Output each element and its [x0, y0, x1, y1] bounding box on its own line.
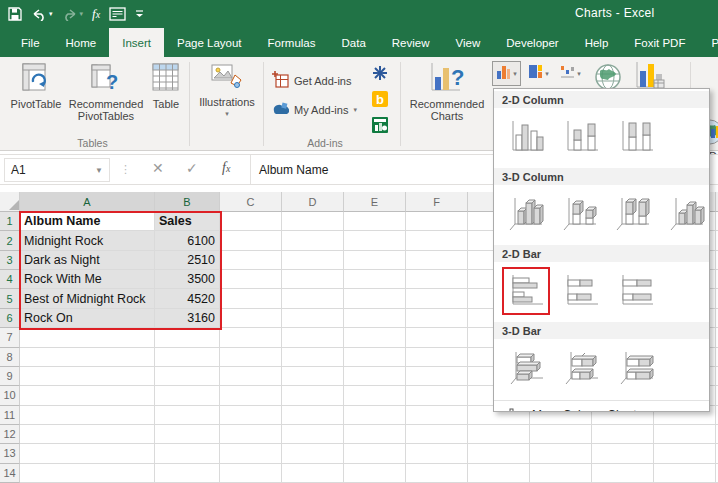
- tab-file[interactable]: File: [8, 28, 53, 57]
- cell-D1[interactable]: [282, 212, 344, 231]
- cell-D9[interactable]: [282, 367, 344, 386]
- recommended-charts-button[interactable]: ? Recommended Charts: [404, 61, 490, 122]
- column-header-D[interactable]: D: [282, 192, 344, 212]
- cell-F10[interactable]: [406, 386, 468, 405]
- cell-D6[interactable]: [282, 309, 344, 328]
- cell-J14[interactable]: [654, 464, 716, 483]
- cell-B12[interactable]: [155, 425, 220, 444]
- cell-B10[interactable]: [155, 386, 220, 405]
- column-header-E[interactable]: E: [344, 192, 406, 212]
- insert-column-or-bar-chart-button[interactable]: ▾: [492, 61, 521, 86]
- cell-A5[interactable]: Best of Midnight Rock: [20, 289, 155, 308]
- table-button[interactable]: Table: [148, 61, 184, 110]
- tab-developer[interactable]: Developer: [493, 28, 571, 57]
- cell-C3[interactable]: [220, 251, 282, 270]
- row-header-13[interactable]: 13: [0, 444, 20, 463]
- cell-E6[interactable]: [344, 309, 406, 328]
- column-header-F[interactable]: F: [406, 192, 468, 212]
- row-header-4[interactable]: 4: [0, 270, 20, 289]
- 100-stacked-bar-icon[interactable]: [612, 267, 660, 315]
- cell-D2[interactable]: [282, 231, 344, 250]
- form-icon[interactable]: [109, 3, 126, 25]
- column-header-A[interactable]: A: [20, 192, 155, 212]
- cell-C12[interactable]: [220, 425, 282, 444]
- tab-foxit-pdf[interactable]: Foxit PDF: [621, 28, 698, 57]
- cell-A2[interactable]: Midnight Rock: [20, 231, 155, 250]
- cell-F1[interactable]: [406, 212, 468, 231]
- cell-E9[interactable]: [344, 367, 406, 386]
- cell-D3[interactable]: [282, 251, 344, 270]
- row-header-3[interactable]: 3: [0, 251, 20, 270]
- cell-E1[interactable]: [344, 212, 406, 231]
- 100-stacked-column-icon[interactable]: [612, 113, 660, 161]
- tab-home[interactable]: Home: [53, 28, 110, 57]
- row-header-8[interactable]: 8: [0, 348, 20, 367]
- row-header-7[interactable]: 7: [0, 328, 20, 347]
- cell-G14[interactable]: [468, 464, 530, 483]
- customize-quick-access-icon[interactable]: [135, 3, 144, 25]
- cell-A4[interactable]: Rock With Me: [20, 270, 155, 289]
- row-header-5[interactable]: 5: [0, 289, 20, 308]
- cell-D12[interactable]: [282, 425, 344, 444]
- tab-pow[interactable]: Pow: [698, 28, 718, 57]
- cell-C13[interactable]: [220, 444, 282, 463]
- cell-B5[interactable]: 4520: [155, 289, 220, 308]
- office-apps-icon[interactable]: [372, 65, 388, 85]
- illustrations-button[interactable]: Illustrations ▾: [198, 61, 256, 120]
- cell-J13[interactable]: [654, 444, 716, 463]
- cell-D11[interactable]: [282, 406, 344, 425]
- row-header-6[interactable]: 6: [0, 309, 20, 328]
- 3d-stacked-bar-icon[interactable]: [557, 344, 605, 392]
- cell-E4[interactable]: [344, 270, 406, 289]
- cell-C9[interactable]: [220, 367, 282, 386]
- 3d-stacked-column-icon[interactable]: [556, 190, 603, 238]
- 3d-100-stacked-column-icon[interactable]: [609, 190, 656, 238]
- cell-G12[interactable]: [468, 425, 530, 444]
- cell-E8[interactable]: [344, 348, 406, 367]
- cell-I13[interactable]: [592, 444, 654, 463]
- cell-E10[interactable]: [344, 386, 406, 405]
- more-column-charts-item[interactable]: More Column Charts...: [494, 400, 709, 412]
- cell-C5[interactable]: [220, 289, 282, 308]
- cell-C2[interactable]: [220, 231, 282, 250]
- cell-F5[interactable]: [406, 289, 468, 308]
- cell-E13[interactable]: [344, 444, 406, 463]
- cell-H12[interactable]: [530, 425, 592, 444]
- cell-B3[interactable]: 2510: [155, 251, 220, 270]
- bing-maps-icon[interactable]: b: [372, 91, 388, 111]
- cell-I12[interactable]: [592, 425, 654, 444]
- get-addins-button[interactable]: Get Add-ins: [272, 71, 351, 90]
- cell-D10[interactable]: [282, 386, 344, 405]
- cell-C14[interactable]: [220, 464, 282, 483]
- cell-G13[interactable]: [468, 444, 530, 463]
- cell-A3[interactable]: Dark as Night: [20, 251, 155, 270]
- cell-B4[interactable]: 3500: [155, 270, 220, 289]
- enter-icon[interactable]: ✓: [186, 160, 198, 176]
- row-header-9[interactable]: 9: [0, 367, 20, 386]
- cell-F7[interactable]: [406, 328, 468, 347]
- cell-B9[interactable]: [155, 367, 220, 386]
- 3d-clustered-bar-icon[interactable]: [502, 344, 550, 392]
- cell-A14[interactable]: [20, 464, 155, 483]
- cell-A12[interactable]: [20, 425, 155, 444]
- clustered-bar-icon[interactable]: [502, 267, 550, 315]
- tab-insert[interactable]: Insert: [109, 28, 164, 57]
- stacked-column-icon[interactable]: [557, 113, 605, 161]
- cell-B14[interactable]: [155, 464, 220, 483]
- column-header-C[interactable]: C: [220, 192, 282, 212]
- cell-F13[interactable]: [406, 444, 468, 463]
- my-addins-button[interactable]: My Add-ins ▾: [272, 101, 357, 118]
- save-icon[interactable]: [8, 3, 22, 25]
- cell-B2[interactable]: 6100: [155, 231, 220, 250]
- cell-C6[interactable]: [220, 309, 282, 328]
- cell-C8[interactable]: [220, 348, 282, 367]
- tab-formulas[interactable]: Formulas: [255, 28, 329, 57]
- cell-C7[interactable]: [220, 328, 282, 347]
- cell-D14[interactable]: [282, 464, 344, 483]
- pivottable-button[interactable]: PivotTable: [10, 61, 62, 110]
- tab-view[interactable]: View: [443, 28, 494, 57]
- people-graph-icon[interactable]: [372, 117, 388, 137]
- cell-D4[interactable]: [282, 270, 344, 289]
- cell-B7[interactable]: [155, 328, 220, 347]
- cell-D8[interactable]: [282, 348, 344, 367]
